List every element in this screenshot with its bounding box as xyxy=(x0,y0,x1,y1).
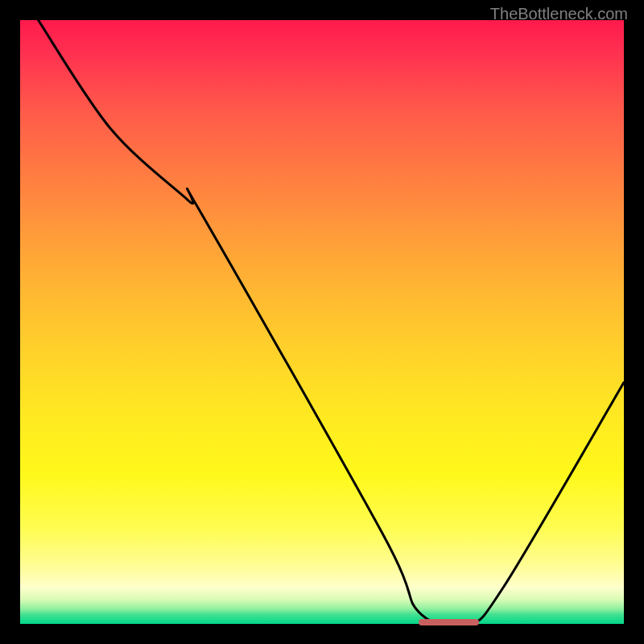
watermark-text: TheBottleneck.com xyxy=(490,5,628,23)
minimum-range-marker xyxy=(419,619,479,625)
chart-gradient-background xyxy=(20,20,624,624)
chart-plot-area xyxy=(20,20,624,624)
